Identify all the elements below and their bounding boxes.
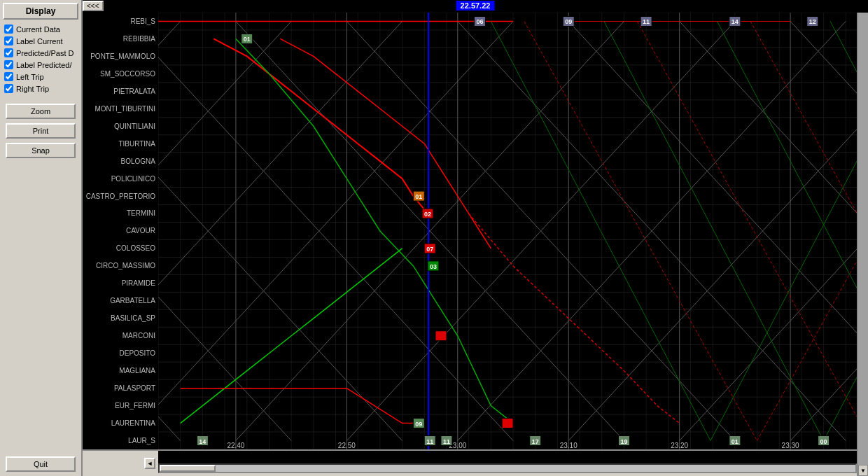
svg-text:03: 03 [430, 263, 437, 270]
svg-text:07: 07 [426, 246, 433, 253]
svg-text:06: 06 [476, 18, 483, 25]
chart-container: REBI_SREBIBBIAPONTE_MAMMOLOSM_SOCCORSOPI… [83, 13, 868, 449]
checkbox-label-predicted-label: Label Predicted/ [16, 61, 72, 69]
station-label-laur_s: LAUR_S [83, 437, 158, 444]
nav-button[interactable]: <<< [83, 1, 104, 11]
checkbox-right-trip-label: Right Trip [16, 85, 49, 93]
station-label-monti_tiburtini: MONTI_TIBURTINI [83, 105, 158, 113]
checkbox-predicted-input[interactable] [4, 48, 13, 57]
time-badge: 22.57.22 [456, 1, 495, 10]
station-label-quintiliani: QUINTILIANI [83, 122, 158, 130]
chart-svg-wrapper[interactable]: 22.4022.5023.0023.1023.2023.300101020703… [158, 13, 868, 449]
checkbox-label-current[interactable]: Label Current [3, 36, 78, 46]
svg-text:19: 19 [620, 438, 627, 445]
svg-line-68 [158, 21, 402, 440]
station-label-pietralata: PIETRALATA [83, 88, 158, 95]
station-label-circo_massimo: CIRCO_MASSIMO [83, 262, 158, 270]
checkbox-label-current-input[interactable] [4, 36, 13, 46]
svg-text:11: 11 [443, 438, 450, 445]
station-label-palasport: PALASPORT [83, 384, 158, 392]
station-label-rebibbia: REBIBBIA [83, 35, 158, 43]
station-labels: REBI_SREBIBBIAPONTE_MAMMOLOSM_SOCCORSOPI… [83, 13, 158, 449]
checkbox-right-trip[interactable]: Right Trip [3, 83, 78, 94]
svg-text:12: 12 [809, 18, 816, 25]
svg-line-69 [158, 21, 402, 440]
svg-line-78 [568, 21, 868, 440]
station-label-marconi: MARCONI [83, 332, 158, 340]
svg-line-80 [680, 21, 868, 440]
svg-text:09: 09 [415, 421, 422, 428]
checkbox-left-trip-label: Left Trip [16, 73, 44, 81]
station-label-colosseo: COLOSSEO [83, 244, 158, 252]
scroll-track[interactable] [858, 11, 868, 465]
svg-line-81 [680, 21, 868, 440]
svg-line-64 [158, 21, 181, 440]
svg-text:22.50: 22.50 [338, 442, 356, 449]
station-label-garbatella: GARBATELLA [83, 297, 158, 304]
svg-text:22.40: 22.40 [227, 442, 244, 449]
station-label-cavour: CAVOUR [83, 227, 158, 234]
left-panel: Display Current Data Label Current Predi… [0, 0, 83, 476]
checkbox-label-predicted-input[interactable] [4, 60, 13, 69]
station-label-basilica_sp: BASILICA_SP [83, 314, 158, 322]
snap-button[interactable]: Snap [6, 143, 76, 158]
station-label-magliana: MAGLIANA [83, 367, 158, 374]
svg-text:14: 14 [199, 438, 206, 445]
scroll-down-btn[interactable]: ▼ [858, 465, 868, 476]
station-label-policlinico: POLICLINICO [83, 175, 158, 183]
svg-text:00: 00 [820, 438, 827, 445]
svg-text:11: 11 [643, 18, 650, 25]
station-label-termini: TERMINI [83, 209, 158, 217]
station-label-tiburtina: TIBURTINA [83, 140, 158, 148]
checkbox-left-trip[interactable]: Left Trip [3, 71, 78, 82]
main-area: <<< 22.57.22 REBI_SREBIBBIAPONTE_MAMMOLO… [83, 0, 868, 476]
station-label-deposito: DEPOSITO [83, 349, 158, 357]
svg-text:14: 14 [732, 18, 738, 25]
station-label-ponte_mammolo: PONTE_MAMMOLO [83, 52, 158, 60]
svg-line-79 [568, 21, 868, 440]
svg-text:23.10: 23.10 [560, 442, 578, 449]
svg-text:09: 09 [565, 18, 572, 25]
svg-text:01: 01 [732, 438, 738, 445]
bottom-bar: ◄ ► [83, 449, 868, 476]
svg-text:17: 17 [532, 438, 539, 445]
station-label-eur_fermi: EUR_FERMI [83, 402, 158, 410]
station-label-piramide: PIRAMIDE [83, 279, 158, 287]
right-scrollbar[interactable]: ▲ ▼ [857, 0, 868, 476]
chart-svg: 22.4022.5023.0023.1023.2023.300101020703… [158, 13, 868, 449]
print-button[interactable]: Print [6, 123, 76, 139]
svg-text:23.20: 23.20 [671, 442, 688, 449]
scroll-left-btn[interactable]: ◄ [144, 458, 155, 469]
svg-rect-101 [435, 331, 447, 341]
svg-text:11: 11 [426, 438, 433, 445]
checkbox-current-data-input[interactable] [4, 24, 13, 34]
time-axis [158, 451, 857, 463]
checkbox-current-data-label: Current Data [16, 25, 60, 34]
quit-button[interactable]: Quit [6, 456, 76, 472]
checkbox-predicted-label: Predicted/Past D [16, 49, 74, 57]
checkbox-right-trip-input[interactable] [4, 84, 13, 93]
station-label-castro_pretorio: CASTRO_PRETORIO [83, 192, 158, 200]
svg-text:01: 01 [244, 36, 251, 43]
checkbox-label-predicted[interactable]: Label Predicted/ [3, 59, 78, 70]
zoom-button[interactable]: Zoom [6, 104, 76, 119]
svg-text:02: 02 [424, 211, 431, 218]
h-scrollbar[interactable] [158, 463, 857, 473]
panel-title: Display [3, 3, 78, 20]
svg-text:01: 01 [415, 193, 422, 200]
station-label-sm_soccorso: SM_SOCCORSO [83, 70, 158, 78]
station-label-laurentina: LAURENTINA [83, 419, 158, 427]
checkbox-current-data[interactable]: Current Data [3, 24, 78, 34]
station-label-rebi_s: REBI_S [83, 18, 158, 25]
checkbox-left-trip-input[interactable] [4, 72, 13, 81]
svg-line-65 [158, 21, 181, 440]
checkbox-predicted[interactable]: Predicted/Past D [3, 48, 78, 58]
svg-rect-102 [502, 419, 513, 428]
svg-text:23.30: 23.30 [782, 442, 799, 449]
checkbox-label-current-label: Label Current [16, 37, 63, 46]
station-label-bologna: BOLOGNA [83, 158, 158, 165]
time-indicator: 22.57.22 [83, 0, 868, 13]
